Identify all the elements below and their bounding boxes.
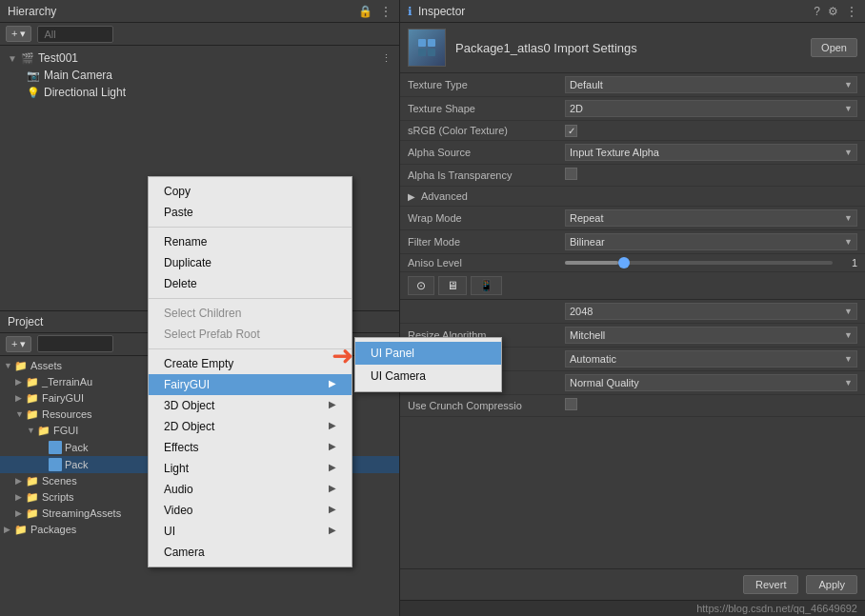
texture-type-dropdown[interactable]: Default ▼ bbox=[565, 76, 857, 93]
url-text: https://blog.csdn.net/qq_46649692 bbox=[696, 603, 857, 614]
srgb-checkbox[interactable]: ✓ bbox=[565, 125, 577, 137]
compression-dropdown[interactable]: Normal Quality ▼ bbox=[565, 374, 857, 391]
proj-arrow: ▶ bbox=[4, 525, 11, 534]
alpha-source-dropdown[interactable]: Input Texture Alpha ▼ bbox=[565, 144, 857, 161]
field-label: Texture Type bbox=[408, 79, 565, 90]
ctx-separator-2 bbox=[149, 298, 352, 299]
submenu-arrow-icon: ▶ bbox=[329, 504, 336, 517]
project-search-input[interactable] bbox=[37, 335, 113, 352]
ctx-label: Paste bbox=[164, 206, 193, 219]
folder-icon: 📁 bbox=[26, 392, 39, 405]
tree-item-label: Directional Light bbox=[44, 86, 126, 99]
ctx-item-light[interactable]: Light ▶ bbox=[149, 458, 352, 479]
hierarchy-search-input[interactable] bbox=[37, 26, 113, 43]
folder-icon: 📁 bbox=[14, 524, 28, 536]
tab-desktop[interactable]: 🖥 bbox=[438, 276, 467, 295]
context-menu: Copy Paste Rename Duplicate Delete Selec… bbox=[148, 176, 352, 567]
ctx-item-audio[interactable]: Audio ▶ bbox=[149, 479, 352, 500]
wrap-mode-dropdown[interactable]: Repeat ▼ bbox=[565, 209, 857, 227]
ctx-item-2d-object[interactable]: 2D Object ▶ bbox=[149, 416, 352, 437]
field-alpha-source: Alpha Source Input Texture Alpha ▼ bbox=[400, 141, 865, 165]
ctx-item-duplicate[interactable]: Duplicate bbox=[149, 252, 352, 273]
ctx-label: Video bbox=[164, 504, 192, 517]
folder-icon: 📁 bbox=[26, 408, 39, 421]
resize-algo-dropdown[interactable]: Mitchell ▼ bbox=[565, 327, 857, 344]
ctx-item-fairygui[interactable]: FairyGUI ▶ bbox=[149, 374, 352, 395]
tree-item-dots[interactable]: ⋮ bbox=[381, 52, 392, 65]
max-size-dropdown[interactable]: 2048 ▼ bbox=[565, 303, 857, 320]
project-add-button[interactable]: + ▾ bbox=[6, 336, 31, 352]
ctx-item-video[interactable]: Video ▶ bbox=[149, 500, 352, 521]
tab-default[interactable]: ⊙ bbox=[408, 276, 434, 295]
inspector-help-icon[interactable]: ? bbox=[814, 5, 820, 18]
revert-button[interactable]: Revert bbox=[743, 575, 798, 594]
proj-arrow: ▼ bbox=[27, 426, 34, 435]
tab-android[interactable]: 📱 bbox=[471, 276, 502, 295]
aniso-slider-thumb[interactable] bbox=[618, 257, 630, 268]
ctx-item-3d-object[interactable]: 3D Object ▶ bbox=[149, 395, 352, 416]
advanced-section-header[interactable]: ▶ Advanced bbox=[400, 187, 865, 207]
inspector-settings-icon[interactable]: ⚙ bbox=[828, 5, 838, 18]
proj-arrow: ▶ bbox=[15, 393, 23, 403]
ctx-item-select-children[interactable]: Select Children bbox=[149, 303, 352, 324]
ctx-item-create-empty[interactable]: Create Empty bbox=[149, 353, 352, 374]
hierarchy-lock-icon[interactable]: 🔒 bbox=[358, 5, 372, 18]
folder-icon: 📁 bbox=[26, 507, 39, 520]
submenu-item-ui-panel[interactable]: UI Panel bbox=[355, 342, 501, 365]
tree-item-main-camera[interactable]: 📷 Main Camera bbox=[0, 67, 399, 84]
ctx-item-ui[interactable]: UI ▶ bbox=[149, 521, 352, 542]
apply-button[interactable]: Apply bbox=[806, 575, 857, 594]
ctx-item-effects[interactable]: Effects ▶ bbox=[149, 437, 352, 458]
asset-thumbnail bbox=[408, 29, 446, 67]
ctx-item-select-prefab-root[interactable]: Select Prefab Root bbox=[149, 324, 352, 345]
format-dropdown[interactable]: Automatic ▼ bbox=[565, 350, 857, 368]
inspector-title: Inspector bbox=[418, 5, 465, 18]
asset-name: Package1_atlas0 Import Settings bbox=[455, 41, 801, 55]
inspector-dots-icon[interactable]: ⋮ bbox=[846, 5, 857, 18]
hierarchy-dots-icon[interactable]: ⋮ bbox=[380, 5, 392, 18]
tree-item-test001[interactable]: ▼ 🎬 Test001 ⋮ bbox=[0, 50, 399, 67]
tree-arrow: ▼ bbox=[8, 53, 17, 64]
open-button[interactable]: Open bbox=[811, 38, 857, 57]
ctx-item-delete[interactable]: Delete bbox=[149, 273, 352, 294]
tree-item-label: Test001 bbox=[38, 51, 78, 65]
checkmark-icon: ✓ bbox=[568, 126, 575, 136]
filter-mode-dropdown[interactable]: Bilinear ▼ bbox=[565, 233, 857, 250]
proj-arrow: ▶ bbox=[15, 492, 23, 502]
texture-shape-dropdown[interactable]: 2D ▼ bbox=[565, 100, 857, 117]
hierarchy-add-button[interactable]: + ▾ bbox=[6, 26, 31, 42]
ctx-label: Copy bbox=[164, 185, 191, 198]
proj-arrow: ▼ bbox=[15, 409, 23, 419]
ctx-label: Duplicate bbox=[164, 256, 211, 269]
dropdown-value: Input Texture Alpha bbox=[570, 147, 659, 158]
aniso-slider[interactable] bbox=[565, 261, 833, 265]
dropdown-value: 2048 bbox=[570, 306, 593, 317]
proj-item-label: Resources bbox=[42, 408, 92, 420]
ctx-label: Select Prefab Root bbox=[164, 328, 260, 341]
dropdown-arrow-icon: ▼ bbox=[844, 104, 853, 113]
asset-header: Package1_atlas0 Import Settings Open bbox=[400, 23, 865, 73]
ctx-item-copy[interactable]: Copy bbox=[149, 181, 352, 202]
folder-icon: 📁 bbox=[26, 475, 39, 487]
dropdown-value: Mitchell bbox=[570, 329, 605, 341]
tree-item-directional-light[interactable]: 💡 Directional Light bbox=[0, 84, 399, 101]
ctx-item-camera[interactable]: Camera bbox=[149, 542, 352, 563]
submenu-label: UI Camera bbox=[371, 369, 426, 383]
crunch-checkbox[interactable] bbox=[565, 398, 577, 410]
alpha-transparency-checkbox[interactable] bbox=[565, 168, 577, 180]
submenu-item-ui-camera[interactable]: UI Camera bbox=[355, 365, 501, 387]
dropdown-value: Automatic bbox=[570, 353, 616, 365]
proj-item-label: FGUI bbox=[53, 425, 78, 436]
ctx-separator-3 bbox=[149, 348, 352, 349]
submenu-arrow-icon: ▶ bbox=[329, 441, 336, 454]
hierarchy-title: Hierarchy bbox=[8, 5, 56, 18]
proj-item-label: Packages bbox=[30, 524, 76, 535]
aniso-value: 1 bbox=[838, 257, 857, 268]
field-label: Alpha Is Transparency bbox=[408, 169, 565, 181]
file-icon bbox=[49, 458, 62, 471]
ctx-item-paste[interactable]: Paste bbox=[149, 202, 352, 223]
ctx-item-rename[interactable]: Rename bbox=[149, 231, 352, 252]
dropdown-value: Default bbox=[570, 79, 603, 90]
dropdown-arrow-icon: ▼ bbox=[844, 80, 853, 89]
proj-arrow: ▼ bbox=[4, 361, 11, 370]
